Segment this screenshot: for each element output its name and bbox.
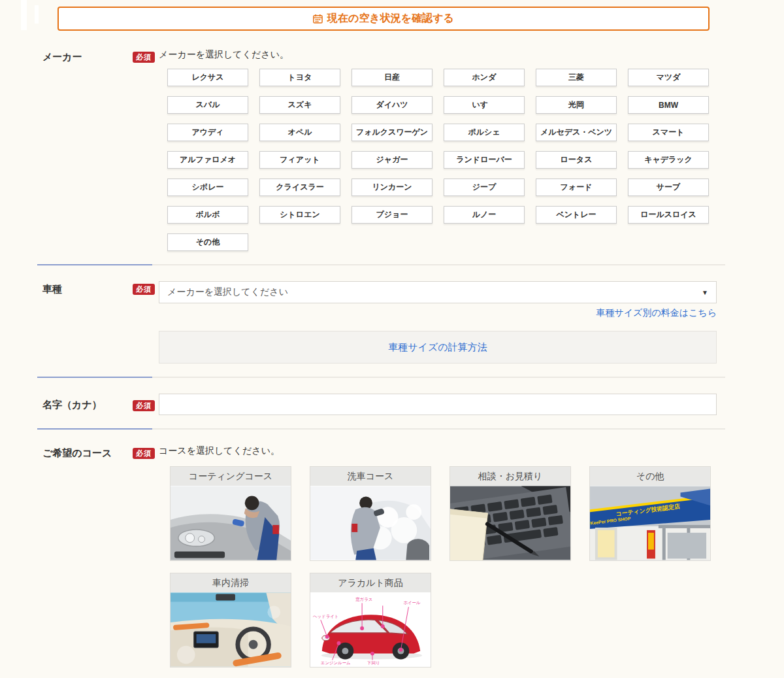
course-card-other[interactable]: その他 コーティング技術認定店 KeePer PRO SHOP [589, 466, 711, 561]
page-artifact [21, 0, 27, 30]
maker-brand-button[interactable]: フィアット [259, 151, 340, 169]
alacarte-annotation: 下回り [367, 660, 380, 666]
maker-brand-button[interactable]: ロータス [536, 151, 617, 169]
check-availability-label: 現在の空き状況を確認する [327, 12, 454, 25]
maker-brand-button[interactable]: シトロエン [259, 206, 340, 224]
course-section: ご希望のコース 必須 コースを選択してください。 コーティングコース [42, 445, 717, 668]
maker-label: メーカー [42, 49, 133, 63]
course-label: ご希望のコース [42, 445, 133, 460]
maker-brand-button[interactable]: スズキ [259, 96, 340, 114]
size-calc-button[interactable]: 車種サイズの計算方法 [159, 331, 717, 364]
maker-section: メーカー 必須 メーカーを選択してください。 レクサス トヨタ 日産 ホンダ 三… [42, 49, 717, 251]
alacarte-annotation: ホイール [403, 600, 421, 605]
maker-brand-button[interactable]: オペル [259, 124, 340, 141]
car-model-label: 車種 [42, 281, 133, 296]
maker-brand-button[interactable]: 日産 [351, 69, 433, 86]
maker-brand-button[interactable]: その他 [167, 233, 248, 251]
maker-brand-button[interactable]: いすゞ [444, 96, 525, 114]
maker-brand-grid: レクサス トヨタ 日産 ホンダ 三菱 マツダ スバル スズキ ダイハツ いすゞ … [167, 69, 717, 251]
maker-brand-button[interactable]: サーブ [628, 178, 709, 196]
required-badge: 必須 [133, 400, 155, 411]
maker-brand-button[interactable]: トヨタ [259, 69, 340, 86]
maker-brand-button[interactable]: フォード [536, 178, 617, 196]
maker-brand-button[interactable]: レクサス [167, 69, 248, 86]
alacarte-annotation: ヘッドライト [313, 614, 338, 619]
maker-brand-button[interactable]: ロールスロイス [628, 206, 709, 224]
maker-brand-button[interactable]: 光岡 [536, 96, 617, 114]
dropdown-arrow-icon: ▼ [702, 289, 708, 296]
course-card-title: その他 [590, 467, 710, 486]
consult-photo [450, 486, 570, 560]
course-card-coating[interactable]: コーティングコース [170, 466, 291, 561]
maker-brand-button[interactable]: BMW [628, 96, 709, 114]
coating-course-photo [171, 486, 291, 560]
check-availability-button[interactable]: 現在の空き状況を確認する [57, 7, 710, 31]
interior-photo [171, 592, 291, 667]
availability-bar: 現在の空き状況を確認する [0, 0, 784, 31]
car-model-section: 車種 必須 メーカーを選択してください ▼ 車種サイズ別の料金はこちら 車種サイ… [42, 281, 717, 364]
course-card-interior[interactable]: 車内清掃 [170, 573, 291, 668]
required-badge: 必須 [133, 52, 155, 63]
section-divider [37, 264, 725, 265]
kana-name-section: 名字（カナ） 必須 [42, 394, 717, 415]
maker-brand-button[interactable]: メルセデス・ベンツ [536, 124, 617, 141]
course-card-title: 相談・お見積り [450, 467, 570, 486]
maker-brand-button[interactable]: ダイハツ [351, 96, 433, 114]
course-card-alacarte[interactable]: アラカルト商品 [310, 573, 431, 668]
maker-brand-button[interactable]: クライスラー [259, 178, 340, 196]
course-helper-text: コースを選択してください。 [159, 445, 717, 457]
alacarte-annotation: 窓ガラス [355, 597, 372, 602]
other-shop-photo: コーティング技術認定店 KeePer PRO SHOP [590, 486, 710, 560]
course-card-title: 車内清掃 [171, 573, 291, 592]
page-artifact [35, 5, 39, 24]
course-card-title: アラカルト商品 [310, 573, 431, 592]
maker-brand-button[interactable]: ベントレー [536, 206, 617, 224]
maker-brand-button[interactable]: ボルボ [167, 206, 248, 224]
kana-name-input[interactable] [159, 394, 717, 415]
wash-course-photo [310, 486, 431, 560]
maker-brand-button[interactable]: ジープ [444, 178, 525, 196]
maker-brand-button[interactable]: リンカーン [351, 178, 433, 196]
alacarte-photo: 窓ガラス ヘッドライト ホイール エンジンルーム 下回り [310, 592, 431, 667]
course-card-consult[interactable]: 相談・お見積り [449, 466, 571, 561]
alacarte-annotation: エンジンルーム [321, 660, 351, 665]
section-divider [37, 428, 725, 430]
maker-brand-button[interactable]: アルファロメオ [167, 151, 248, 169]
course-card-title: コーティングコース [171, 467, 291, 486]
required-badge: 必須 [133, 448, 155, 459]
maker-brand-button[interactable]: スバル [167, 96, 248, 114]
car-model-selected-value: メーカーを選択してください [167, 286, 288, 298]
course-card-grid: コーティングコース [170, 466, 745, 668]
course-card-title: 洗車コース [310, 467, 431, 486]
size-fee-link[interactable]: 車種サイズ別の料金はこちら [596, 307, 717, 318]
maker-brand-button[interactable]: ランドローバー [444, 151, 525, 169]
calendar-icon [313, 14, 323, 24]
maker-helper-text: メーカーを選択してください。 [159, 49, 717, 61]
maker-brand-button[interactable]: ルノー [444, 206, 525, 224]
course-card-wash[interactable]: 洗車コース [310, 466, 431, 561]
maker-brand-button[interactable]: アウディ [167, 124, 248, 141]
maker-brand-button[interactable]: プジョー [351, 206, 433, 224]
maker-brand-button[interactable]: キャデラック [628, 151, 709, 169]
maker-brand-button[interactable]: ポルシェ [444, 124, 525, 141]
maker-brand-button[interactable]: スマート [628, 124, 709, 141]
kana-name-label: 名字（カナ） [42, 394, 133, 411]
required-badge: 必須 [133, 284, 155, 295]
maker-brand-button[interactable]: ジャガー [351, 151, 433, 169]
maker-brand-button[interactable]: 三菱 [536, 69, 617, 86]
car-model-select[interactable]: メーカーを選択してください ▼ [159, 281, 717, 303]
section-divider [37, 377, 725, 378]
maker-brand-button[interactable]: マツダ [628, 69, 709, 86]
maker-brand-button[interactable]: シボレー [167, 178, 248, 196]
maker-brand-button[interactable]: ホンダ [444, 69, 525, 86]
maker-brand-button[interactable]: フォルクスワーゲン [351, 124, 433, 141]
